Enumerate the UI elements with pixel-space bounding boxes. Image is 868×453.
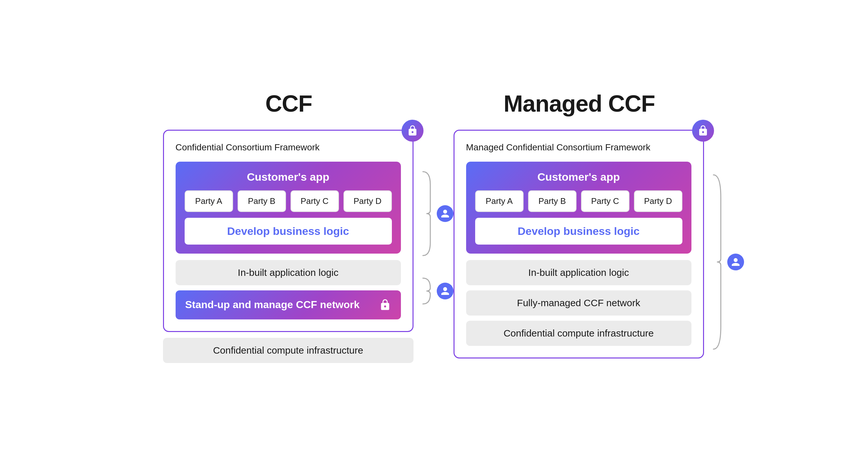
page-container: CCF Confidential Consortium Framework Cu… bbox=[137, 71, 731, 382]
ccf-user-icon-top bbox=[437, 205, 454, 222]
ccf-brace-bottom-svg bbox=[421, 275, 431, 307]
ccf-side-annotations bbox=[421, 130, 454, 311]
managed-ccf-party-a: Party A bbox=[475, 190, 524, 212]
managed-ccf-party-c: Party C bbox=[581, 190, 629, 212]
ccf-lock-badge bbox=[402, 120, 424, 142]
ccf-standup-box: Stand-up and manage CCF network bbox=[176, 290, 401, 319]
managed-ccf-brace-svg bbox=[712, 172, 721, 352]
managed-ccf-user-icon bbox=[727, 254, 744, 270]
ccf-standup-text: Stand-up and manage CCF network bbox=[185, 299, 360, 311]
ccf-outer-label: Confidential Consortium Framework bbox=[176, 142, 401, 153]
user-icon bbox=[731, 257, 741, 267]
ccf-brace-top-group bbox=[421, 162, 454, 265]
ccf-brace-top-svg bbox=[421, 168, 431, 259]
ccf-inbuilt-text: In-built application logic bbox=[238, 267, 339, 278]
managed-ccf-diagram-with-side: Managed Confidential Consortium Framewor… bbox=[454, 130, 705, 362]
ccf-party-c: Party C bbox=[290, 190, 339, 212]
ccf-customers-app-title: Customer's app bbox=[185, 171, 392, 183]
managed-ccf-brace-group bbox=[712, 162, 744, 362]
managed-ccf-inbuilt-box: In-built application logic bbox=[466, 260, 691, 285]
ccf-party-a: Party A bbox=[185, 190, 233, 212]
managed-ccf-diagram: Managed CCF Managed Confidential Consort… bbox=[454, 90, 705, 362]
managed-ccf-confidential-inner-text: Confidential compute infrastructure bbox=[503, 328, 654, 338]
managed-ccf-outer-label: Managed Confidential Consortium Framewor… bbox=[466, 142, 691, 153]
managed-ccf-title: Managed CCF bbox=[503, 90, 655, 117]
managed-ccf-parties-row: Party A Party B Party C Party D bbox=[475, 190, 682, 212]
ccf-user-icon-bottom bbox=[437, 283, 454, 299]
managed-ccf-customers-app-box: Customer's app Party A Party B Party C P… bbox=[466, 162, 691, 254]
ccf-inbuilt-box: In-built application logic bbox=[176, 260, 401, 285]
ccf-business-logic-box: Develop business logic bbox=[185, 218, 392, 245]
ccf-standup-lock-icon bbox=[379, 299, 391, 311]
user-icon bbox=[440, 209, 450, 219]
ccf-title: CCF bbox=[265, 90, 312, 117]
managed-ccf-business-logic-box: Develop business logic bbox=[475, 218, 682, 245]
ccf-outer-box: Confidential Consortium Framework Custom… bbox=[163, 130, 413, 332]
ccf-business-logic-text: Develop business logic bbox=[227, 225, 349, 237]
managed-ccf-lock-badge bbox=[692, 120, 714, 142]
ccf-parties-row: Party A Party B Party C Party D bbox=[185, 190, 392, 212]
ccf-diagram: CCF Confidential Consortium Framework Cu… bbox=[163, 90, 415, 363]
managed-ccf-customers-app-title: Customer's app bbox=[475, 171, 682, 183]
lock-icon bbox=[407, 125, 418, 136]
user-icon bbox=[440, 286, 450, 296]
ccf-party-b: Party B bbox=[238, 190, 286, 212]
managed-ccf-inbuilt-text: In-built application logic bbox=[528, 267, 629, 278]
managed-ccf-outer-box: Managed Confidential Consortium Framewor… bbox=[454, 130, 704, 358]
ccf-diagram-with-side: Confidential Consortium Framework Custom… bbox=[163, 130, 415, 363]
managed-ccf-business-logic-text: Develop business logic bbox=[518, 225, 640, 237]
managed-ccf-confidential-inner-box: Confidential compute infrastructure bbox=[466, 321, 691, 346]
managed-ccf-party-b: Party B bbox=[528, 190, 577, 212]
managed-ccf-side-annotations bbox=[712, 130, 744, 362]
managed-ccf-fully-managed-box: Fully-managed CCF network bbox=[466, 290, 691, 316]
ccf-party-d: Party D bbox=[343, 190, 392, 212]
ccf-confidential-text: Confidential compute infrastructure bbox=[213, 345, 363, 356]
managed-ccf-party-d: Party D bbox=[634, 190, 682, 212]
ccf-customers-app-box: Customer's app Party A Party B Party C P… bbox=[176, 162, 401, 254]
ccf-brace-bottom-group bbox=[421, 272, 454, 311]
lock-icon bbox=[697, 125, 709, 136]
managed-ccf-fully-managed-text: Fully-managed CCF network bbox=[517, 297, 641, 308]
ccf-confidential-box: Confidential compute infrastructure bbox=[163, 338, 413, 363]
